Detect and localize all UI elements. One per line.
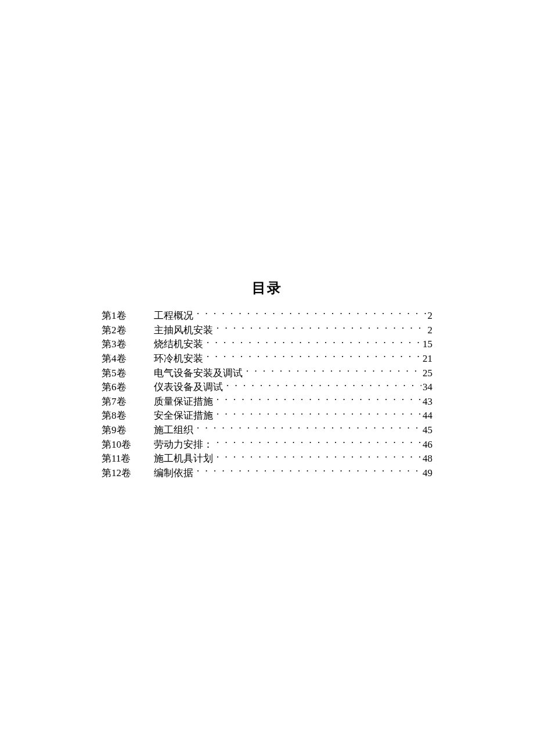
toc-entry-title: 电气设备安装及调试 <box>154 366 243 381</box>
toc-volume: 第1卷 <box>102 309 154 323</box>
toc-row: 第6卷 仪表设备及调试 34 <box>102 380 432 395</box>
toc-dots <box>197 423 421 433</box>
toc-entry-title: 施工组织 <box>154 423 193 438</box>
toc-page: 15 <box>421 337 432 352</box>
toc-row: 第4卷 环冷机安装 21 <box>102 352 432 366</box>
toc-entry-title: 工程概况 <box>154 309 193 323</box>
toc-page: 49 <box>421 466 432 481</box>
toc-dots <box>207 337 421 347</box>
toc-row: 第10卷 劳动力安排： 46 <box>102 438 432 452</box>
toc-row: 第1卷 工程概况 2 <box>102 309 432 323</box>
toc-page: 45 <box>421 423 432 438</box>
toc-row: 第5卷 电气设备安装及调试 25 <box>102 366 432 381</box>
toc-dots <box>207 352 421 362</box>
toc-volume: 第12卷 <box>102 466 154 481</box>
toc-volume: 第2卷 <box>102 323 154 338</box>
toc-page: 48 <box>421 452 432 466</box>
toc-dots <box>217 438 421 448</box>
toc-row: 第3卷 烧结机安装 15 <box>102 337 432 352</box>
toc-entry-title: 烧结机安装 <box>154 337 203 352</box>
toc-entry-title: 环冷机安装 <box>154 352 203 366</box>
toc-dots <box>217 409 421 419</box>
toc-page: 46 <box>421 438 432 452</box>
document-page: 目录 第1卷 工程概况 2 第2卷 主抽风机安装 2 第3卷 烧结机安装 15 … <box>0 0 534 481</box>
toc-volume: 第5卷 <box>102 366 154 381</box>
toc-volume: 第11卷 <box>102 452 154 466</box>
toc-page: 25 <box>421 366 432 381</box>
toc-row: 第11卷 施工机具计划 48 <box>102 452 432 466</box>
toc-row: 第8卷 安全保证措施 44 <box>102 409 432 423</box>
toc-page: 44 <box>421 409 432 423</box>
toc-row: 第9卷 施工组织 45 <box>102 423 432 438</box>
toc-entry-title: 主抽风机安装 <box>154 323 213 338</box>
toc-title: 目录 <box>102 279 432 297</box>
toc-page: 21 <box>421 352 432 366</box>
toc-page: 43 <box>421 395 432 409</box>
toc-row: 第12卷 编制依据 49 <box>102 466 432 481</box>
toc-volume: 第3卷 <box>102 337 154 352</box>
toc-entry-title: 编制依据 <box>154 466 193 481</box>
toc-volume: 第10卷 <box>102 438 154 452</box>
toc-entry-title: 质量保证措施 <box>154 395 213 409</box>
toc-volume: 第8卷 <box>102 409 154 423</box>
toc-dots <box>246 366 421 376</box>
toc-list: 第1卷 工程概况 2 第2卷 主抽风机安装 2 第3卷 烧结机安装 15 第4卷… <box>102 309 432 481</box>
toc-volume: 第6卷 <box>102 380 154 395</box>
toc-dots <box>217 323 427 333</box>
toc-entry-title: 仪表设备及调试 <box>154 380 223 395</box>
toc-volume: 第7卷 <box>102 395 154 409</box>
toc-dots <box>217 452 421 462</box>
toc-page: 34 <box>421 380 432 395</box>
toc-entry-title: 安全保证措施 <box>154 409 213 423</box>
toc-entry-title: 劳动力安排： <box>154 438 213 452</box>
toc-dots <box>197 466 421 476</box>
toc-volume: 第4卷 <box>102 352 154 366</box>
toc-dots <box>197 309 427 319</box>
toc-volume: 第9卷 <box>102 423 154 438</box>
toc-row: 第2卷 主抽风机安装 2 <box>102 323 432 338</box>
toc-entry-title: 施工机具计划 <box>154 452 213 466</box>
toc-page: 2 <box>427 309 433 323</box>
toc-dots <box>226 380 421 390</box>
toc-page: 2 <box>427 323 433 338</box>
toc-dots <box>217 395 421 405</box>
toc-row: 第7卷 质量保证措施 43 <box>102 395 432 409</box>
